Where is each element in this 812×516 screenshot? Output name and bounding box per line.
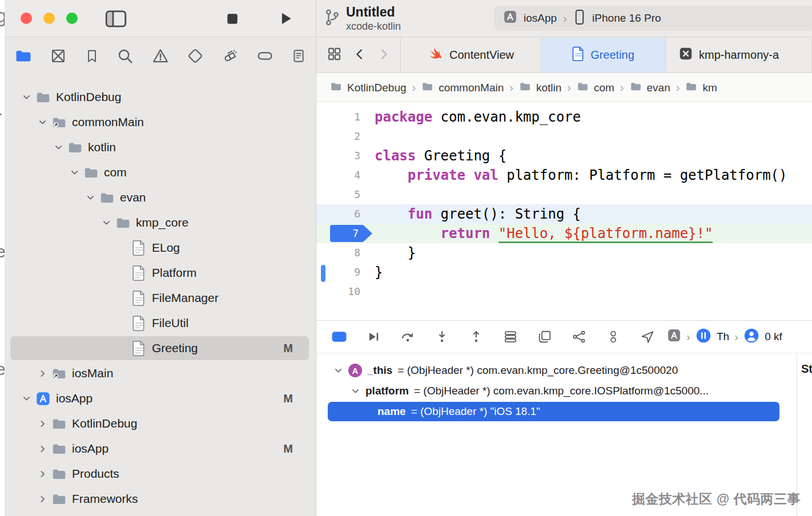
linked-nodes-icon[interactable]	[562, 329, 596, 344]
bookmark-icon[interactable]	[85, 47, 99, 64]
variable-row-this[interactable]: A_this= (ObjHeader *) com.evan.kmp_core.…	[316, 360, 797, 381]
tree-row-fileutil[interactable]: FileUtil	[5, 311, 316, 336]
tree-row-platform[interactable]: Platform	[5, 260, 316, 285]
line-number[interactable]: 3	[316, 146, 360, 166]
tree-row-kotlindebug[interactable]: KotlinDebug	[5, 411, 316, 436]
tree-row-kmp_core[interactable]: kmp_core	[5, 210, 316, 235]
code-line-2[interactable]: 2	[316, 127, 812, 146]
chevron-down-icon[interactable]	[21, 92, 32, 102]
scheme-device-label[interactable]: iPhone 16 Pro	[592, 12, 661, 25]
tree-row-iosapp[interactable]: iosAppM	[5, 436, 316, 461]
code-editor[interactable]: 1package com.evan.kmp_core23class Greeti…	[316, 103, 812, 320]
step-over-icon[interactable]	[391, 329, 425, 344]
location-arrow-icon[interactable]	[630, 329, 665, 344]
run-button[interactable]	[278, 10, 294, 29]
line-number[interactable]: 5	[316, 185, 360, 204]
chevron-down-icon[interactable]	[333, 366, 345, 376]
memory-cubes-icon[interactable]	[528, 329, 562, 344]
breadcrumb-item-commonmain[interactable]: commonMain	[421, 80, 504, 95]
chevron-right-icon[interactable]	[37, 419, 48, 429]
capsule-icon[interactable]	[256, 47, 274, 64]
diamond-icon[interactable]	[187, 47, 204, 64]
magnifier-icon[interactable]	[116, 47, 134, 64]
code-line-4[interactable]: 4 private val platform: Platform = getPl…	[316, 166, 812, 185]
code-line-1[interactable]: 1package com.evan.kmp_core	[316, 107, 812, 127]
report-document-icon[interactable]	[291, 47, 306, 64]
tree-row-evan[interactable]: evan	[5, 185, 316, 210]
minimize-window-button[interactable]	[43, 13, 55, 24]
code-line-9[interactable]: 9}	[316, 263, 812, 282]
warning-triangle-icon[interactable]	[151, 47, 170, 64]
code-line-6[interactable]: 6 fun greet(): String {	[316, 204, 812, 224]
chevron-down-icon[interactable]	[101, 218, 112, 228]
chevron-down-icon[interactable]	[53, 143, 64, 152]
variable-row-platform[interactable]: platform= (ObjHeader *) com.evan.kmp_cor…	[316, 381, 797, 401]
tree-row-commonmain[interactable]: commonMain	[5, 110, 316, 135]
code-line-5[interactable]: 5	[316, 185, 812, 204]
line-number[interactable]: 9	[316, 263, 360, 282]
back-navigation-icon[interactable]	[353, 47, 366, 64]
tree-row-elog[interactable]: ELog	[5, 235, 316, 260]
breakpoint-marker[interactable]: 7	[316, 224, 360, 243]
code-line-10[interactable]: 10	[316, 282, 812, 301]
tree-row-iosapp[interactable]: iosAppM	[5, 386, 316, 411]
line-number[interactable]: 10	[316, 282, 360, 301]
tree-row-iosmain[interactable]: iosMain	[5, 361, 316, 386]
sidebar-toggle-icon[interactable]	[105, 10, 127, 30]
chevron-down-icon[interactable]	[69, 168, 80, 178]
view-hierarchy-bars-icon[interactable]	[493, 329, 528, 344]
forward-navigation-icon[interactable]	[377, 47, 390, 64]
tree-row-kotlin[interactable]: kotlin	[5, 135, 316, 160]
tree-row-com[interactable]: com	[5, 160, 316, 185]
chevron-down-icon[interactable]	[351, 386, 362, 396]
editor-tab-contentview[interactable]: ContentView	[401, 38, 541, 72]
spray-icon[interactable]	[221, 47, 238, 64]
scheme-target-label[interactable]: iosApp	[524, 12, 557, 25]
editor-tab-kmp-harmony-a[interactable]: kmp-harmony-a	[666, 38, 812, 72]
scheme-selector[interactable]: iosApp › iPhone 16 Pro	[494, 6, 812, 31]
close-window-button[interactable]	[21, 13, 32, 24]
zoom-window-button[interactable]	[66, 13, 78, 24]
app-process-icon[interactable]	[667, 328, 681, 345]
breadcrumb-item-kotlindebug[interactable]: KotlinDebug	[330, 80, 407, 95]
tree-row-products[interactable]: Products	[5, 461, 316, 486]
folder-navigator-icon[interactable]	[14, 47, 33, 64]
chevron-right-icon[interactable]	[37, 494, 48, 504]
breadcrumb-item-kotlin[interactable]: kotlin	[519, 80, 561, 95]
thread-label[interactable]: Th	[717, 330, 729, 343]
code-line-7[interactable]: 7 return "Hello, ${platform.name}!"	[316, 224, 812, 243]
editor-tab-greeting[interactable]: Greeting	[541, 38, 666, 72]
debug-area-toggle-icon[interactable]	[322, 329, 356, 344]
code-line-3[interactable]: 3class Greeting {	[316, 146, 812, 166]
chevron-right-icon[interactable]	[37, 469, 48, 479]
chevron-down-icon[interactable]	[21, 394, 32, 404]
chevron-down-icon[interactable]	[37, 118, 48, 127]
variable-row-name[interactable]: name= (ObjHeader *) "iOS 18.1"	[328, 402, 779, 421]
code-line-8[interactable]: 8 }	[316, 243, 812, 263]
continue-icon[interactable]	[356, 329, 391, 344]
line-number[interactable]: 4	[316, 166, 360, 185]
line-number[interactable]: 2	[316, 127, 360, 146]
related-items-icon[interactable]	[327, 46, 342, 64]
step-out-icon[interactable]	[459, 329, 493, 344]
breadcrumb-item-com[interactable]: com	[577, 80, 614, 95]
sidebar-divider[interactable]	[316, 0, 316, 516]
line-number[interactable]: 1	[316, 107, 360, 127]
tree-row-greeting[interactable]: GreetingM	[5, 336, 316, 361]
breadcrumb-item-evan[interactable]: evan	[630, 80, 670, 95]
tree-row-filemanager[interactable]: FileManager	[5, 285, 316, 311]
person-icon[interactable]	[743, 328, 759, 346]
tree-row-kotlindebug[interactable]: KotlinDebug	[5, 84, 316, 110]
breadcrumb-item-km[interactable]: km	[685, 80, 717, 95]
line-number[interactable]: 6	[316, 204, 360, 224]
stacked-circles-icon[interactable]	[596, 329, 630, 344]
thread-pause-icon[interactable]	[696, 328, 711, 346]
step-into-icon[interactable]	[425, 329, 459, 344]
stop-button[interactable]	[224, 11, 240, 29]
chevron-down-icon[interactable]	[85, 193, 96, 203]
chevron-right-icon[interactable]	[37, 444, 48, 454]
line-number[interactable]: 8	[316, 243, 360, 263]
chevron-right-icon[interactable]	[37, 369, 48, 378]
tree-row-frameworks[interactable]: Frameworks	[5, 486, 316, 511]
crossed-square-icon[interactable]	[50, 47, 67, 64]
